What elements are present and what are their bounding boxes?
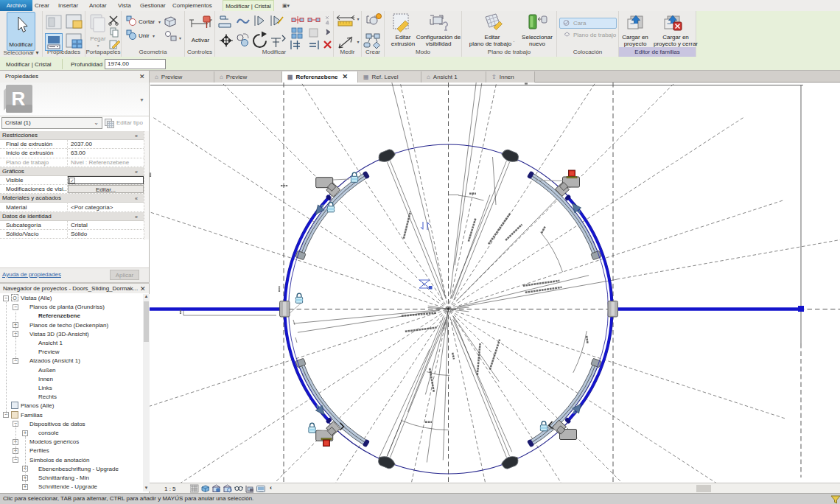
svg-text:Cargar en: Cargar en [622, 34, 648, 41]
svg-text:Plano de trabajo: Plano de trabajo [573, 32, 617, 38]
svg-text:visibilidad: visibilidad [426, 41, 452, 47]
svg-text:Pegar: Pegar [90, 35, 106, 42]
svg-text:▾: ▾ [357, 17, 359, 21]
svg-text:nuevo: nuevo [529, 41, 545, 47]
svg-text:Cara: Cara [573, 20, 587, 27]
svg-text:Editar: Editar [485, 34, 500, 41]
svg-text:▾: ▾ [357, 40, 359, 44]
svg-text:Configuración de: Configuración de [416, 34, 461, 41]
svg-text:▾: ▾ [179, 36, 181, 41]
svg-text:proyecto y cerrar: proyecto y cerrar [654, 41, 698, 47]
svg-text:extrusión: extrusión [391, 41, 415, 47]
svg-text:Modificar: Modificar [9, 41, 33, 48]
svg-text:plano de trabajo ˙: plano de trabajo ˙ [469, 41, 515, 47]
svg-text:Unir: Unir [139, 32, 150, 39]
svg-text:proyecto: proyecto [624, 41, 647, 47]
svg-text:Cargar en: Cargar en [662, 34, 689, 41]
svg-text:Editar: Editar [396, 34, 411, 41]
svg-text:▾: ▾ [97, 43, 99, 48]
svg-text:▾: ▾ [158, 20, 161, 24]
svg-text:R: R [12, 88, 26, 110]
svg-text:Cortar: Cortar [139, 18, 155, 25]
svg-text:Activar: Activar [192, 37, 210, 43]
svg-text:▾: ▾ [153, 34, 155, 38]
svg-text:Seleccionar: Seleccionar [522, 34, 553, 41]
